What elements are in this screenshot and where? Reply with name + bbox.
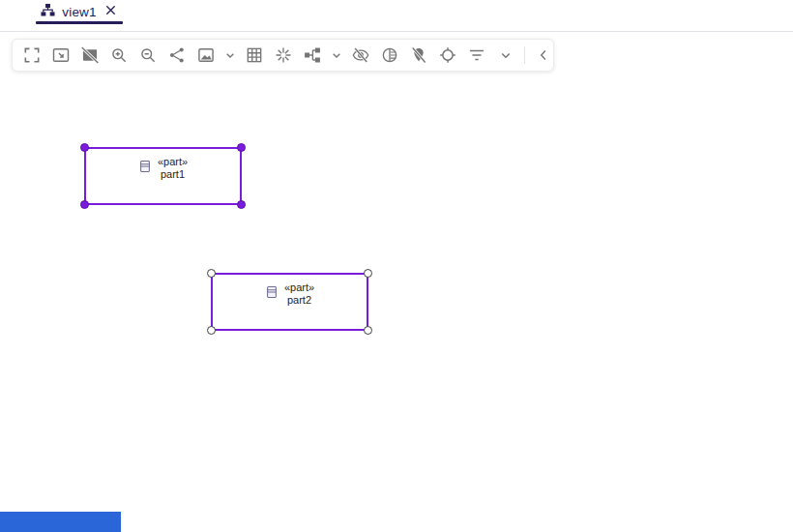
filter-elements-button[interactable] bbox=[462, 41, 491, 70]
zoom-in-button[interactable] bbox=[104, 41, 133, 70]
share-diagram-icon bbox=[167, 45, 187, 65]
resize-handle-bottom-right[interactable] bbox=[237, 200, 246, 209]
node-part1[interactable]: «part» part1 bbox=[84, 147, 242, 205]
snap-to-grid-icon bbox=[274, 45, 293, 65]
zoom-in-icon bbox=[109, 45, 129, 65]
fullscreen-icon bbox=[22, 45, 42, 65]
grid-icon bbox=[245, 45, 264, 65]
unpin-elements-icon bbox=[409, 45, 428, 65]
active-tab-indicator bbox=[36, 21, 123, 24]
resize-handle-bottom-left[interactable] bbox=[207, 326, 216, 335]
adjust-size-button[interactable] bbox=[433, 41, 462, 70]
tab-label: view1 bbox=[62, 5, 97, 19]
arrange-all-icon bbox=[303, 45, 322, 65]
diagram-tree-icon bbox=[41, 3, 55, 21]
part-icon bbox=[265, 285, 279, 303]
export-image-icon bbox=[196, 45, 216, 65]
grid-button[interactable] bbox=[240, 41, 269, 70]
collapse-toolbar-icon bbox=[535, 46, 552, 64]
hide-minimap-icon bbox=[80, 45, 100, 65]
share-diagram-button[interactable] bbox=[162, 41, 191, 70]
node-part2-label: «part» part2 bbox=[213, 275, 367, 307]
export-image-button[interactable] bbox=[191, 41, 220, 70]
resize-handle-top-right[interactable] bbox=[237, 143, 246, 152]
collapse-toolbar-button[interactable] bbox=[529, 41, 558, 70]
export-image-dropdown-chevron-icon bbox=[222, 47, 238, 63]
diagram-toolbar bbox=[12, 39, 554, 72]
reveal-faded-elements-button[interactable] bbox=[375, 41, 404, 70]
part-icon bbox=[138, 160, 152, 177]
more-tools-chevron-icon bbox=[497, 46, 514, 64]
bottom-left-blue-bar bbox=[0, 512, 121, 532]
resize-handle-top-left[interactable] bbox=[207, 269, 216, 278]
adjust-size-icon bbox=[438, 45, 457, 65]
arrange-all-dropdown-button[interactable] bbox=[327, 41, 346, 70]
fit-to-screen-icon bbox=[51, 45, 71, 65]
hide-minimap-button[interactable] bbox=[75, 41, 104, 70]
node-name: part1 bbox=[158, 168, 188, 181]
resize-handle-bottom-left[interactable] bbox=[80, 200, 89, 209]
resize-handle-bottom-right[interactable] bbox=[364, 326, 372, 335]
export-image-dropdown-button[interactable] bbox=[220, 41, 240, 70]
fit-to-screen-button[interactable] bbox=[46, 41, 75, 70]
node-part2[interactable]: «part» part2 bbox=[211, 273, 368, 331]
zoom-out-button[interactable] bbox=[133, 41, 162, 70]
resize-handle-top-right[interactable] bbox=[364, 269, 372, 278]
arrange-all-button[interactable] bbox=[298, 41, 327, 70]
close-tab-icon[interactable] bbox=[103, 3, 118, 21]
node-name: part2 bbox=[284, 294, 314, 307]
fullscreen-button[interactable] bbox=[17, 41, 46, 70]
reveal-faded-elements-icon bbox=[380, 45, 399, 65]
unpin-elements-button[interactable] bbox=[404, 41, 433, 70]
toolbar-divider bbox=[524, 46, 525, 64]
diagram-canvas[interactable]: «part» part1 «part» part2 bbox=[0, 72, 793, 512]
node-part1-label: «part» part1 bbox=[86, 149, 240, 181]
arrange-all-dropdown-chevron-icon bbox=[329, 47, 344, 63]
filter-elements-icon bbox=[467, 45, 486, 65]
more-tools-button[interactable] bbox=[491, 41, 520, 70]
snap-to-grid-button[interactable] bbox=[269, 41, 298, 70]
zoom-out-icon bbox=[138, 45, 158, 65]
tab-bar: view1 bbox=[0, 0, 793, 32]
diagram-editor: view1 bbox=[0, 0, 793, 532]
resize-handle-top-left[interactable] bbox=[80, 143, 89, 152]
node-stereotype: «part» bbox=[284, 281, 314, 294]
node-stereotype: «part» bbox=[158, 156, 188, 168]
reveal-hidden-elements-icon bbox=[351, 45, 370, 65]
reveal-hidden-elements-button[interactable] bbox=[346, 41, 375, 70]
